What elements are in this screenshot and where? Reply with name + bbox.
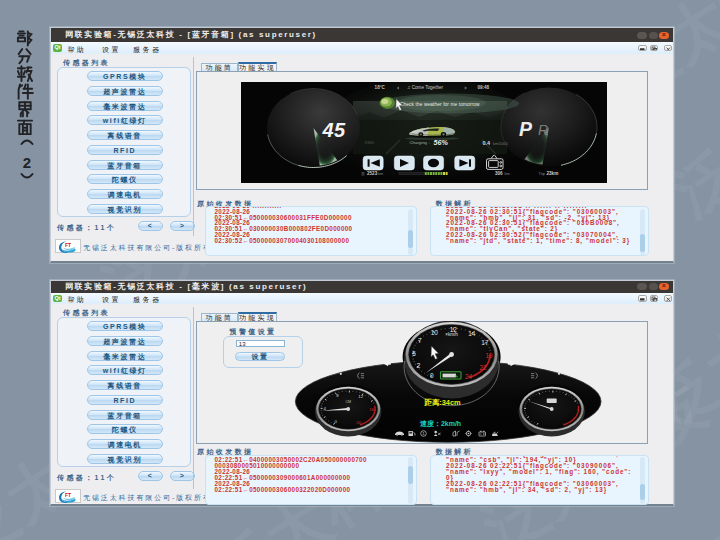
svg-text:CM: CM	[346, 399, 352, 403]
svg-text:17: 17	[482, 339, 490, 346]
svg-text:×km/h: ×km/h	[446, 331, 459, 336]
svg-text:FT: FT	[64, 242, 70, 248]
svg-text:5: 5	[413, 349, 417, 356]
svg-text:Check the weather for me tomor: Check the weather for me tomorrow	[400, 102, 480, 107]
svg-text:♫ Come Together: ♫ Come Together	[407, 85, 444, 90]
svg-text:2: 2	[417, 362, 421, 369]
svg-text:0: 0	[430, 371, 434, 378]
svg-text:12: 12	[359, 394, 364, 399]
svg-text:速度：2km/h: 速度：2km/h	[420, 419, 461, 428]
svg-text:23km: 23km	[547, 171, 559, 176]
svg-text:10: 10	[431, 328, 439, 335]
svg-text:20: 20	[357, 419, 362, 424]
svg-text:km: km	[378, 172, 383, 176]
svg-text:KM/h: KM/h	[365, 140, 374, 145]
svg-text:FT: FT	[64, 492, 70, 498]
svg-text:45: 45	[321, 119, 346, 141]
svg-text:7: 7	[418, 337, 422, 344]
svg-text:距离:34cm: 距离:34cm	[424, 397, 462, 406]
svg-text:22: 22	[480, 364, 488, 371]
svg-text:306: 306	[495, 171, 503, 176]
svg-text:2523: 2523	[367, 171, 378, 176]
svg-text:14: 14	[469, 329, 477, 336]
svg-text:2: 2	[23, 154, 31, 171]
svg-text:R: R	[538, 122, 548, 138]
svg-text:P: P	[519, 118, 533, 140]
svg-text:Charging -: Charging -	[410, 140, 431, 145]
svg-text:56%: 56%	[434, 138, 449, 147]
svg-text:km/1000: km/1000	[493, 142, 508, 146]
svg-text:18°C: 18°C	[375, 85, 386, 90]
svg-text:16: 16	[369, 407, 374, 412]
svg-text:09:48: 09:48	[477, 85, 489, 90]
svg-text:Trip: Trip	[539, 172, 545, 176]
svg-text:24: 24	[465, 373, 473, 380]
svg-text:19: 19	[486, 351, 494, 358]
svg-text:km: km	[505, 172, 510, 176]
